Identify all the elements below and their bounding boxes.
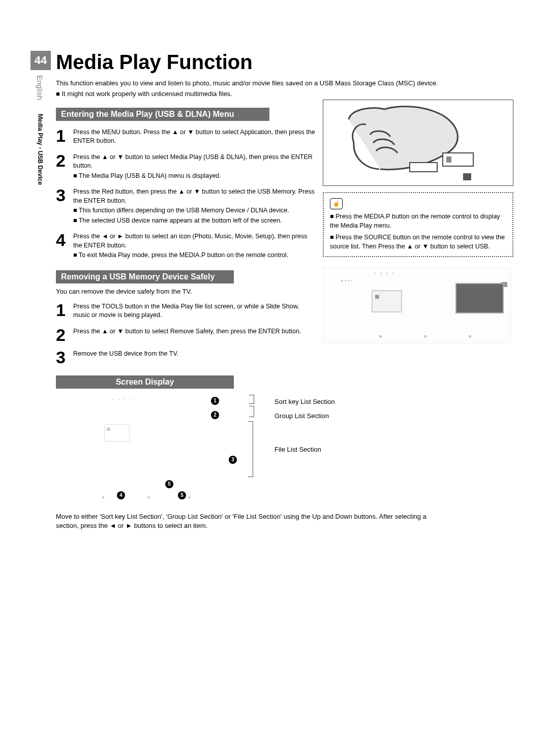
step-body: Remove the USB device from the TV. [73,350,315,365]
svg-rect-2 [410,163,437,172]
sub-bullet: ■ To exit Media Play mode, press the MED… [80,251,315,260]
screen-display-diagram: ▪ ▪ ▪ ▪ 1 2 3 4 5 5 ■ ■ ■ Sort key List … [56,395,513,504]
section2-intro: You can remove the device safely from th… [56,288,315,295]
step-body: Press the MENU button. Press the ▲ or ▼ … [73,128,315,146]
callout-1-icon: 1 [211,397,219,405]
step-number: 2 [56,153,73,181]
step-text: Press the ◄ or ► button to select an ico… [73,233,307,249]
main-content: Media Play Function This function enable… [56,51,513,530]
hand-icon: ☝ [330,198,343,210]
sub-bullet: ■ The selected USB device name appears a… [80,216,315,226]
svg-rect-1 [446,156,451,163]
step-2: 2 Press the ▲ or ▼ button to select Remo… [56,327,315,343]
step-number: 1 [56,302,73,320]
sub-bullet-text: The selected USB device name appears at … [79,217,282,224]
intro-bullet-text: It might not work properly with unlicens… [62,90,232,98]
side-label-language: English [36,75,44,106]
sub-bullet-text: This function differs depending on the U… [79,207,289,214]
callout-2-icon: 2 [211,411,219,419]
legend-group: Group List Section [274,412,329,420]
page-title: Media Play Function [56,51,513,74]
step-number: 4 [56,232,73,260]
step-text: Press the ▲ or ▼ button to select Media … [73,153,313,170]
note-text: Press the MEDIA.P button on the remote c… [330,213,500,229]
step-3: 3 Press the Red button, then press the ▲… [56,187,315,225]
step-number: 3 [56,187,73,225]
step-1: 1 Press the MENU button. Press the ▲ or … [56,128,315,146]
section1-header: Entering the Media Play (USB & DLNA) Men… [56,108,269,121]
side-label-section: Media Play - USB Device [37,114,44,190]
step-3: 3 Remove the USB device from the TV. [56,350,315,365]
sub-bullet-text: The Media Play (USB & DLNA) menu is disp… [79,172,221,179]
illustration-tv-hand [323,100,513,186]
step-number: 1 [56,128,73,146]
step-body: Press the ▲ or ▼ button to select Remove… [73,327,315,343]
note-bullet: ■ Press the SOURCE button on the remote … [330,233,506,251]
step-number: 2 [56,327,73,343]
step-number: 3 [56,350,73,365]
page-number: 44 [30,51,51,70]
mini-screenshot: ▪ ▪ ▪ ▪ ▸ ▪ ▪ ▪ ■ ■ ■ [323,267,511,343]
sidebar: 44 English Media Play - USB Device [30,51,51,190]
legend-sortkey: Sort key List Section [274,398,335,405]
legend-file: File List Section [274,446,321,453]
step-4: 4 Press the ◄ or ► button to select an i… [56,232,315,260]
step-body: Press the Red button, then press the ▲ o… [73,187,315,225]
note-box: ☝ ■ Press the MEDIA.P button on the remo… [323,192,513,258]
sub-bullet-text: To exit Media Play mode, press the MEDIA… [79,251,288,259]
sub-bullet: ■ The Media Play (USB & DLNA) menu is di… [80,172,315,181]
intro-text: This function enables you to view and li… [56,79,513,88]
note-bullet: ■ Press the MEDIA.P button on the remote… [330,212,506,230]
tv-hand-svg [344,104,494,185]
callout-3-icon: 3 [229,456,237,464]
intro-bullet: ■ It might not work properly with unlice… [56,90,513,98]
step-body: Press the ▲ or ▼ button to select Media … [73,153,315,181]
svg-rect-3 [463,173,471,180]
callout-5b-icon: 5 [178,491,186,499]
sub-bullet: ■ This function differs depending on the… [80,206,315,215]
step-body: Press the TOOLS button in the Media Play… [73,302,315,320]
step-1: 1 Press the TOOLS button in the Media Pl… [56,302,315,320]
note-text: Press the SOURCE button on the remote co… [330,234,505,250]
diagram-screen: ▪ ▪ ▪ ▪ 1 2 3 4 5 5 ■ ■ ■ [56,395,254,504]
step-2: 2 Press the ▲ or ▼ button to select Medi… [56,153,315,181]
section3-header: Screen Display [56,375,234,389]
callout-4-icon: 4 [117,491,125,499]
final-paragraph: Move to either 'Sort key List Section', … [56,512,447,530]
step-text: Press the Red button, then press the ▲ o… [73,188,315,204]
callout-5-icon: 5 [165,480,173,488]
section2-header: Removing a USB Memory Device Safely [56,270,234,284]
step-body: Press the ◄ or ► button to select an ico… [73,232,315,260]
